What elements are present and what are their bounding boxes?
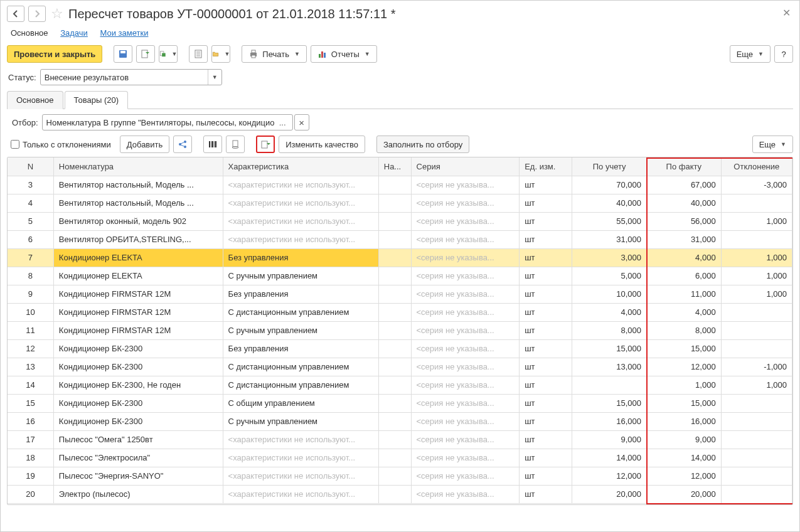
table-row[interactable]: 16Кондиционер БК-2300С ручным управление… (8, 412, 792, 430)
cell-ser: <серия не указыва... (411, 230, 520, 248)
only-deviations-input[interactable] (11, 140, 19, 149)
cell-fact: 56,000 (646, 212, 721, 230)
nav-link-notes[interactable]: Мои заметки (100, 28, 148, 38)
document-button[interactable] (189, 45, 208, 63)
filter-ellipsis-button[interactable]: ... (277, 118, 289, 127)
cell-n: 5 (8, 212, 53, 230)
add-row-button[interactable]: Добавить (120, 136, 169, 153)
nav-back-button[interactable] (7, 6, 24, 22)
col-header-ed[interactable]: Ед. изм. (520, 157, 572, 176)
table-row[interactable]: 10Кондиционер FIRMSTAR 12MС дистанционны… (8, 303, 792, 321)
cell-n: 16 (8, 412, 53, 430)
share-button[interactable] (173, 136, 192, 153)
table-row[interactable]: 3Вентилятор настольный, Модель ...<харак… (8, 176, 792, 194)
svg-point-17 (184, 146, 186, 148)
table-row[interactable]: 19Пылесос "Энергия-SANYO"<характеристики… (8, 467, 792, 485)
tab-goods-label: Товары (20) (74, 95, 119, 105)
nav-forward-button[interactable] (28, 6, 46, 22)
cell-ser: <серия не указыва... (411, 194, 520, 212)
table-row[interactable]: 6Вентилятор ОРБИТА,STERLING,...<характер… (8, 230, 792, 248)
cell-na (378, 376, 411, 394)
post-button[interactable] (136, 45, 155, 63)
cell-acc: 31,000 (572, 230, 647, 248)
table-row[interactable]: 7Кондиционер ELEKTAБез управления<серия … (8, 248, 792, 267)
table-row[interactable]: 18Пылесос "Электросила"<характеристики н… (8, 449, 792, 467)
cell-char: С ручным управлением (223, 267, 378, 285)
cell-dev (721, 194, 792, 212)
table-row[interactable]: 15Кондиционер БК-2300С общим управлением… (8, 394, 792, 412)
print-button[interactable]: Печать▼ (242, 45, 307, 63)
svg-rect-12 (319, 54, 321, 58)
table-row[interactable]: 14Кондиционер БК-2300, Не годенС дистанц… (8, 376, 792, 394)
help-label: ? (781, 50, 786, 59)
col-header-nom[interactable]: Номенклатура (53, 157, 223, 176)
clear-filter-button[interactable]: × (294, 114, 309, 130)
table-row[interactable]: 4Вентилятор настольный, Модель ...<харак… (8, 194, 792, 212)
cell-na (378, 267, 411, 285)
tab-goods[interactable]: Товары (20) (65, 91, 128, 109)
col-header-n[interactable]: N (8, 157, 53, 176)
cell-dev: -1,000 (721, 358, 792, 376)
save-button[interactable] (114, 45, 132, 63)
cell-nom: Кондиционер БК-2300 (53, 412, 223, 430)
cell-ser: <серия не указыва... (411, 339, 520, 358)
cell-nom: Вентилятор настольный, Модель ... (53, 194, 223, 212)
scan-button[interactable] (226, 136, 245, 153)
post-close-label: Провести и закрыть (14, 50, 95, 59)
change-quality-button[interactable]: Изменить качество (279, 136, 365, 153)
cell-ser: <серия не указыва... (411, 485, 520, 503)
cell-na (378, 321, 411, 339)
nav-link-main[interactable]: Основное (11, 28, 48, 38)
goods-table-scroll[interactable]: N Номенклатура Характеристика На... Сери… (8, 157, 792, 504)
table-row[interactable]: 13Кондиционер БК-2300С дистанционным упр… (8, 358, 792, 376)
close-button[interactable]: ✕ (782, 7, 791, 19)
table-more-button[interactable]: Еще▼ (752, 136, 793, 153)
table-row[interactable]: 9Кондиционер FIRMSTAR 12MБез управления<… (8, 285, 792, 303)
load-from-file-button[interactable] (256, 136, 275, 153)
goods-table: N Номенклатура Характеристика На... Сери… (8, 157, 792, 504)
tab-main-label: Основное (16, 95, 54, 105)
cell-ed: шт (520, 430, 572, 449)
col-header-char[interactable]: Характеристика (223, 157, 378, 176)
cell-fact: 12,000 (646, 358, 721, 376)
col-header-na[interactable]: На... (378, 157, 411, 176)
favorite-star-icon[interactable]: ☆ (50, 6, 65, 21)
table-row[interactable]: 20Электро (пылесос)<характеристики не ис… (8, 485, 792, 503)
based-on-button[interactable]: ▼ (159, 45, 178, 63)
fill-by-filter-button[interactable]: Заполнить по отбору (376, 136, 469, 153)
more-button[interactable]: Еще▼ (730, 45, 771, 63)
cell-ed: шт (520, 176, 572, 194)
svg-line-19 (181, 145, 184, 146)
col-header-ser[interactable]: Серия (411, 157, 520, 176)
filter-label: Отбор: (12, 118, 38, 127)
reports-label: Отчеты (331, 50, 360, 59)
folder-button[interactable]: ▼ (211, 45, 230, 63)
col-header-acc[interactable]: По учету (572, 157, 647, 176)
barcode-button[interactable] (203, 136, 222, 153)
table-row[interactable]: 12Кондиционер БК-2300Без управления<сери… (8, 339, 792, 358)
cell-fact: 20,000 (646, 485, 721, 503)
top-nav-links: Основное Задачи Мои заметки (7, 28, 793, 38)
based-on-icon (159, 49, 166, 59)
help-button[interactable]: ? (774, 45, 793, 63)
cell-char: <характеристики не используют... (223, 430, 378, 449)
svg-line-18 (181, 142, 184, 144)
cell-nom: Кондиционер FIRMSTAR 12M (53, 303, 223, 321)
tab-main[interactable]: Основное (7, 91, 63, 109)
reports-button[interactable]: Отчеты▼ (311, 45, 377, 63)
table-row[interactable]: 5Вентилятор оконный, модель 902<характер… (8, 212, 792, 230)
table-row[interactable]: 17Пылесос "Омега" 1250вт<характеристики … (8, 430, 792, 449)
cell-acc: 8,000 (572, 321, 647, 339)
nav-link-tasks[interactable]: Задачи (60, 28, 88, 38)
svg-rect-25 (233, 141, 238, 147)
col-header-fact[interactable]: По факту (646, 157, 721, 176)
caret-icon: ▼ (224, 51, 230, 57)
col-header-dev[interactable]: Отклонение (721, 157, 792, 176)
post-and-close-button[interactable]: Провести и закрыть (7, 45, 102, 63)
only-deviations-checkbox[interactable]: Только с отклонениями (11, 140, 111, 149)
cell-ser: <серия не указыва... (411, 212, 520, 230)
filter-input[interactable]: Номенклатура В группе "Вентиляторы, пыле… (42, 114, 293, 130)
table-row[interactable]: 8Кондиционер ELEKTAС ручным управлением<… (8, 267, 792, 285)
table-row[interactable]: 11Кондиционер FIRMSTAR 12MС ручным управ… (8, 321, 792, 339)
status-dropdown[interactable]: Внесение результатов ▼ (40, 69, 222, 85)
